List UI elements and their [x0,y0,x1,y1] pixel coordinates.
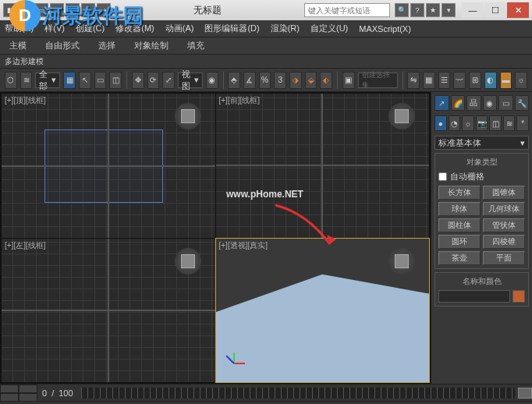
snap-c-icon[interactable]: ⬖ [320,72,332,89]
viewcube-icon[interactable] [388,103,415,129]
timeline-track[interactable] [81,388,515,399]
search-input[interactable] [304,3,390,17]
viewcube-icon[interactable] [175,103,201,129]
ribbon-tab-model[interactable]: 主模 [5,39,31,52]
ref-coord-system[interactable]: 视图▾ [178,73,203,88]
modify-tab-icon[interactable]: 🌈 [451,95,466,111]
shapes-cat-icon[interactable]: ◔ [449,115,461,131]
motion-tab-icon[interactable]: ◉ [483,95,498,111]
teapot-button[interactable]: 茶壶 [438,251,481,265]
sphere-button[interactable]: 球体 [438,202,481,216]
viewcube-icon[interactable] [175,248,201,275]
ribbon-tab-paint[interactable]: 对象绘制 [129,39,173,52]
viewport-left[interactable]: [+][左][线框] [2,239,215,383]
viewport-top[interactable]: [+][顶][线框] [2,94,215,238]
select-window-icon[interactable]: ◫ [109,72,122,89]
create-category-row: ● ◔ ☼ 📷 ◫ ≋ * [434,115,529,133]
align-icon[interactable]: ▦ [423,72,435,89]
main-toolbar: ⬡ ≋ 全部▾ ▦ ↖ ▭ ◫ ✥ ⟳ ⤢ 视图▾ ◉ ⬘ ∡ % 3 ⬗ ⬙ … [0,69,532,92]
timeline-config-buttons[interactable] [0,385,37,401]
render-icon[interactable]: ☼ [515,72,527,89]
cameras-cat-icon[interactable]: 📷 [476,115,488,131]
close-button[interactable]: ✕ [507,2,529,18]
maximize-button[interactable]: ☐ [484,2,506,18]
viewport-top-label[interactable]: [+][顶][线框] [5,95,46,106]
ribbon-tabs: 主模 自由形式 选择 对象绘制 填充 [0,37,532,55]
object-color-swatch[interactable] [512,290,525,303]
named-sel-icon[interactable]: ▣ [342,72,355,89]
plane-button[interactable]: 平面 [483,251,525,265]
render-setup-icon[interactable]: ▬ [500,72,512,89]
angle-snap-icon[interactable]: ∡ [243,72,256,89]
object-name-input[interactable] [438,290,510,303]
viewport-persp-label[interactable]: [+][透视][真实] [219,240,268,251]
percent-snap-icon[interactable]: % [259,72,271,89]
trackbar[interactable] [0,401,532,404]
ribbon-tab-fill[interactable]: 填充 [183,39,209,52]
helpers-cat-icon[interactable]: ◫ [489,115,502,131]
menu-rendering[interactable]: 渲染(R) [271,23,300,34]
menu-maxscript[interactable]: MAXScript(X) [359,24,411,34]
select-rect-icon[interactable]: ▭ [94,72,107,89]
ribbon-tab-select[interactable]: 选择 [94,39,120,52]
viewcube-icon[interactable] [388,248,415,275]
unlink-tool-icon[interactable]: ≋ [20,72,33,89]
selection-filter[interactable]: 全部▾ [35,73,60,88]
watermark-logo: D 河景软件园 [9,0,144,31]
primitive-dropdown[interactable]: 标准基本体▾ [434,136,529,150]
mirror-icon[interactable]: ⇋ [407,72,420,89]
more-icon[interactable]: ▾ [442,3,456,17]
pyramid-button[interactable]: 四棱锥 [483,235,525,249]
spinner-snap-icon[interactable]: 3 [274,72,286,89]
geosphere-button[interactable]: 几何球体 [483,202,525,216]
snap-b-icon[interactable]: ⬙ [305,72,317,89]
create-tab-icon[interactable]: ↗ [434,95,449,111]
tube-button[interactable]: 管状体 [483,218,525,232]
rotate-tool-icon[interactable]: ⟳ [147,72,160,89]
timeline-scrubber[interactable] [518,388,532,399]
scale-tool-icon[interactable]: ⤢ [162,72,175,89]
object-type-rollout: 对象类型 自动栅格 长方体 圆锥体 球体 几何球体 圆柱体 管状体 圆环 四棱锥… [434,153,529,269]
viewport-front[interactable]: [+][前][线框] [216,94,430,238]
autogrid-checkbox[interactable]: 自动栅格 [438,171,525,183]
frame-end: 100 [59,388,73,398]
geometry-cat-icon[interactable]: ● [434,115,447,131]
ribbon-mode-label[interactable]: 多边形建模 [5,56,44,67]
box-button[interactable]: 长方体 [438,186,481,200]
menu-customize[interactable]: 自定义(U) [310,23,348,34]
autogrid-input[interactable] [438,172,447,181]
object-type-title: 对象类型 [438,157,525,168]
menu-graph-editors[interactable]: 图形编辑器(D) [204,23,259,34]
material-icon[interactable]: ◐ [484,72,497,89]
layer-icon[interactable]: ☰ [438,72,451,89]
hierarchy-tab-icon[interactable]: 品 [466,95,481,111]
pivot-icon[interactable]: ◉ [206,72,218,89]
ribbon-tab-freeform[interactable]: 自由形式 [41,39,84,52]
utilities-tab-icon[interactable]: 🔧 [515,95,530,111]
help-icon[interactable]: ? [410,3,424,17]
snap-toggle-icon[interactable]: ⬘ [228,72,240,89]
named-selection-set[interactable]: 创建选择集 [358,73,398,88]
torus-button[interactable]: 圆环 [438,235,481,249]
schematic-icon[interactable]: ⊞ [469,72,481,89]
cone-button[interactable]: 圆锥体 [483,186,525,200]
systems-cat-icon[interactable]: * [516,115,529,131]
minimize-button[interactable]: — [462,2,484,18]
viewport-left-label[interactable]: [+][左][线框] [5,240,46,251]
snap-a-icon[interactable]: ⬗ [289,72,302,89]
spacewarps-cat-icon[interactable]: ≋ [503,115,516,131]
time-slider: 0 / 100 [0,384,532,401]
search-icon[interactable]: 🔍 [395,3,409,17]
link-tool-icon[interactable]: ⬡ [5,72,17,89]
viewport-front-label[interactable]: [+][前][线框] [219,95,261,106]
config-icon[interactable]: ★ [426,3,440,17]
display-tab-icon[interactable]: ▭ [498,95,513,111]
select-tool-icon[interactable]: ▦ [63,72,76,89]
cylinder-button[interactable]: 圆柱体 [438,218,481,232]
viewport-perspective[interactable]: [+][透视][真实] [216,239,430,383]
curve-editor-icon[interactable]: 〰 [453,72,466,89]
menu-animation[interactable]: 动画(A) [165,23,194,34]
lights-cat-icon[interactable]: ☼ [462,115,474,131]
select-arrow-icon[interactable]: ↖ [79,72,91,89]
move-tool-icon[interactable]: ✥ [132,72,144,89]
